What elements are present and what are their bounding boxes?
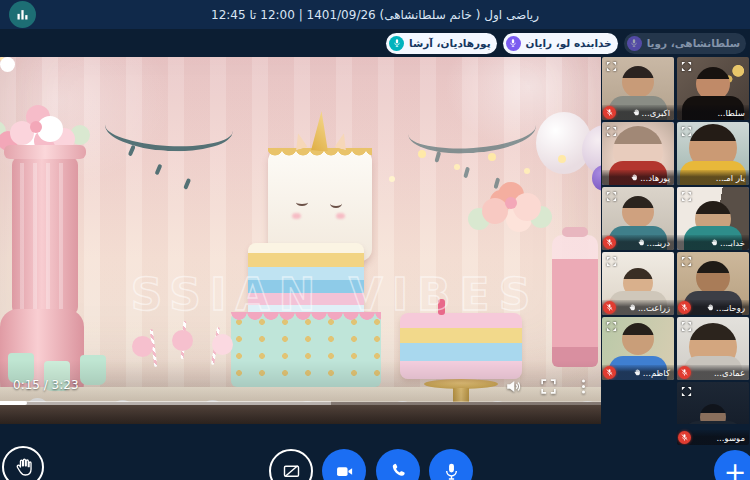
speaker-name: سلطانشاهی، رویا (647, 37, 740, 49)
video-progress-bar[interactable] (0, 401, 601, 405)
participant-tile[interactable]: اکبری... (602, 57, 674, 120)
expand-icon[interactable] (680, 190, 693, 203)
participant-name: یار امـ... (716, 173, 745, 183)
hand-icon (13, 457, 34, 478)
participant-name: روحانـ... (716, 303, 745, 313)
pink-pillar (12, 157, 78, 315)
participant-name: دربنـ... (647, 238, 670, 248)
mic-muted-icon (603, 236, 616, 249)
speaker-badge[interactable]: سلطانشاهی، رویا (624, 33, 746, 54)
fullscreen-icon[interactable] (539, 377, 558, 396)
bar-chart-icon (15, 7, 30, 22)
flower-arrangement-left (30, 121, 42, 133)
video-time: 0:15 / 3:23 (13, 378, 79, 392)
mic-muted-icon (678, 301, 691, 314)
expand-icon[interactable] (680, 385, 693, 398)
participant-name: کاظم... (643, 368, 670, 378)
expand-icon[interactable] (680, 125, 693, 138)
video-player[interactable]: SSIAN VIBES 0:15 / 3:23 (0, 57, 601, 424)
progress-played (0, 401, 27, 405)
participant-name: عمادی... (714, 368, 745, 378)
participant-name: پورهاد... (640, 173, 670, 183)
progress-buffered (0, 401, 331, 405)
camera-button[interactable] (322, 449, 366, 480)
screen-share-off-button[interactable] (269, 449, 313, 480)
participant-tile[interactable]: دربنـ... (602, 187, 674, 250)
phone-icon (388, 461, 409, 480)
cupcakes (0, 57, 15, 72)
participant-tile[interactable]: سلطا... (677, 57, 749, 120)
expand-icon[interactable] (680, 255, 693, 268)
speaker-name: خدابنده لو، رایان (526, 37, 612, 49)
mic-muted-icon (603, 106, 616, 119)
expand-icon[interactable] (605, 255, 618, 268)
expand-icon[interactable] (680, 320, 693, 333)
expand-icon[interactable] (680, 60, 693, 73)
header-bar: ریاضی اول ( خانم سلطانشاهی) 1401/09/26 |… (0, 0, 750, 29)
volume-icon[interactable] (504, 377, 523, 396)
speaker-badge[interactable]: پورهادیان، آرشا (386, 33, 497, 54)
participant-tile[interactable]: عمادی... (677, 317, 749, 380)
raised-hand-icon (710, 238, 718, 247)
participant-tile[interactable]: خدابـ... (677, 187, 749, 250)
mic-on-icon (627, 36, 642, 51)
video-watermark: SSIAN VIBES (95, 269, 575, 320)
participant-tile[interactable]: روحانـ... (677, 252, 749, 315)
microphone-button[interactable] (429, 449, 473, 480)
participant-tile[interactable]: موسو... (677, 382, 749, 445)
raised-hand-icon (630, 173, 638, 182)
expand-icon[interactable] (605, 320, 618, 333)
mic-muted-icon (678, 431, 691, 444)
flower-arrangement-right (505, 197, 517, 209)
mic-muted-icon (678, 366, 691, 379)
participant-name: زراعت... (638, 303, 670, 313)
participant-name: خدابـ... (720, 238, 745, 248)
participant-namebar: پورهاد... (602, 170, 674, 185)
raised-hand-icon (628, 303, 636, 312)
participant-namebar: خدابـ... (677, 235, 749, 250)
mic-muted-icon (603, 366, 616, 379)
participant-name: اکبری... (642, 108, 670, 118)
more-options-icon[interactable] (574, 377, 593, 396)
mic-on-icon (389, 36, 404, 51)
screen-share-off-icon (281, 461, 302, 480)
participant-namebar: سلطا... (677, 105, 749, 120)
participant-tile[interactable]: کاظم... (602, 317, 674, 380)
plus-icon: + (724, 458, 747, 480)
unicorn-cheeks (292, 213, 301, 219)
participant-tile[interactable]: زراعت... (602, 252, 674, 315)
raised-hand-icon (633, 368, 641, 377)
expand-icon[interactable] (605, 190, 618, 203)
participant-name: موسو... (716, 433, 745, 443)
participants-grid: اکبری... سلطا... پورهاد... یار امـ (602, 57, 750, 457)
stats-button[interactable] (9, 1, 36, 28)
classroom-app: ریاضی اول ( خانم سلطانشاهی) 1401/09/26 |… (0, 0, 750, 480)
camera-icon (334, 461, 355, 480)
raised-hand-icon (706, 303, 714, 312)
speaker-badge[interactable]: خدابنده لو، رایان (503, 33, 618, 54)
video-controls (504, 377, 593, 396)
bottom-toolbar: + (0, 424, 750, 480)
mic-on-icon (506, 36, 521, 51)
participant-namebar: یار امـ... (677, 170, 749, 185)
mic-muted-icon (603, 301, 616, 314)
phone-button[interactable] (376, 449, 420, 480)
expand-icon[interactable] (605, 60, 618, 73)
active-speakers-row: سلطانشاهی، رویا خدابنده لو، رایان پورهاد… (0, 29, 750, 57)
raised-hand-icon (632, 108, 640, 117)
session-title: ریاضی اول ( خانم سلطانشاهی) 1401/09/26 |… (211, 8, 539, 22)
microphone-icon (441, 461, 462, 480)
raised-hand-icon (637, 238, 645, 247)
speaker-name: پورهادیان، آرشا (409, 37, 491, 49)
participant-tile[interactable]: پورهاد... (602, 122, 674, 185)
participant-tile[interactable]: یار امـ... (677, 122, 749, 185)
add-button[interactable]: + (714, 450, 750, 480)
raise-hand-button[interactable] (2, 446, 44, 480)
participant-name: سلطا... (717, 108, 745, 118)
unicorn-eyes (296, 199, 308, 206)
expand-icon[interactable] (605, 125, 618, 138)
